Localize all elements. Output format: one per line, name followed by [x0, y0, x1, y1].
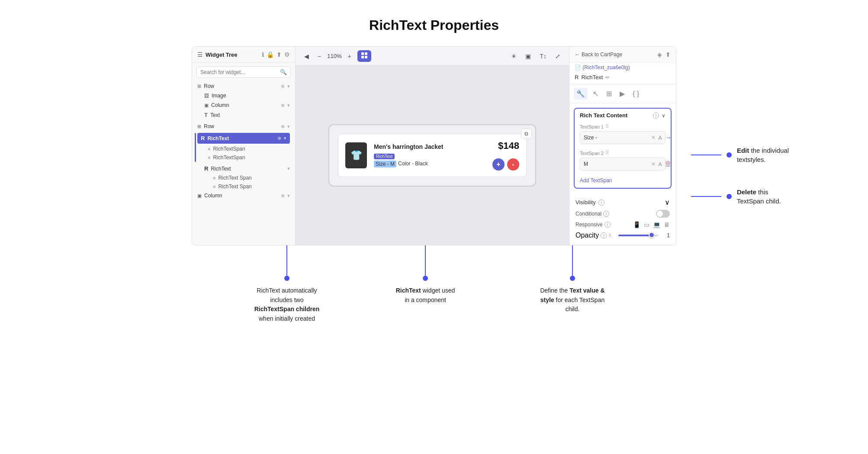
section-header[interactable]: Rich Text Content i ∨: [575, 109, 671, 122]
richtext2-icon: R: [204, 165, 208, 172]
image-icon: 🖼: [204, 93, 209, 98]
col2-expand[interactable]: ▾: [287, 193, 290, 199]
svg-rect-2: [361, 56, 364, 58]
delete-line: [691, 196, 721, 197]
toolbar-right: ☀ ▣ T↕ ⤢: [508, 52, 563, 61]
ts1-edit-style[interactable]: →: [665, 134, 672, 142]
col2-label: Column: [204, 193, 278, 199]
opacity-slider[interactable]: [618, 235, 659, 236]
tree-item-image[interactable]: 🖼 Image: [192, 91, 295, 100]
export2-icon[interactable]: ⬆: [665, 51, 671, 58]
add-textspan-btn[interactable]: Add TextSpan: [575, 175, 671, 188]
tree-item-richtext2[interactable]: R RichText ▾: [192, 164, 295, 174]
add-child-icon3[interactable]: ⊕: [281, 124, 285, 129]
conditional-toggle[interactable]: [656, 210, 670, 218]
diamond-icon[interactable]: ◈: [657, 51, 662, 58]
expand-icon[interactable]: ▾: [287, 84, 290, 89]
copy-btn[interactable]: ⧉: [521, 129, 532, 139]
richtext-add[interactable]: ⊕: [277, 135, 281, 141]
page-title: RichText Properties: [0, 0, 868, 46]
settings-icon: ⚙: [284, 51, 290, 58]
add-qty-btn[interactable]: +: [492, 158, 505, 171]
lock-icon: 🔒: [267, 51, 274, 58]
layout-btn[interactable]: ▣: [523, 52, 534, 61]
richtextspan-child2[interactable]: ≡ RichTextSpan: [195, 153, 293, 162]
widget-tree-panel: ☰ Widget Tree ℹ 🔒 ⬆ ⚙ 🔍 ⊞ Row: [192, 46, 296, 245]
type-btn[interactable]: T↕: [537, 52, 549, 61]
ts2-delete[interactable]: 🗑: [665, 160, 672, 168]
add-child-icon[interactable]: ⊕: [281, 84, 285, 89]
richtextspan3[interactable]: ≡ RichText Span: [192, 174, 295, 182]
richtext-expand[interactable]: ▾: [284, 135, 286, 141]
ts1-drag-icon: ⠿: [605, 124, 609, 129]
row2-label: Row: [204, 123, 278, 129]
column-icon: ▣: [204, 103, 209, 108]
search-icon: 🔍: [280, 69, 287, 75]
zoom-in-btn[interactable]: +: [345, 52, 354, 61]
ts2-font[interactable]: A: [658, 161, 662, 167]
visibility-info-icon: i: [598, 200, 604, 206]
tab-cursor[interactable]: ↖: [590, 88, 601, 100]
expand-icon2[interactable]: ▾: [287, 103, 290, 108]
props-header: ← Back to CartPage ◈ ⬆: [569, 47, 676, 63]
edit-name-icon[interactable]: ✏: [605, 74, 610, 80]
mobile-icon[interactable]: 📱: [633, 221, 640, 228]
opacity-value: 1: [661, 232, 670, 238]
row2-icon: ⊞: [197, 124, 201, 129]
delete-dot: [727, 194, 732, 199]
row-icon: ⊞: [197, 84, 201, 89]
sun-btn[interactable]: ☀: [508, 52, 519, 61]
resize-btn[interactable]: ⤢: [553, 52, 563, 61]
product-price: $148: [498, 140, 519, 151]
textspan1-input[interactable]: [584, 135, 649, 141]
tab-code[interactable]: { }: [630, 88, 642, 100]
properties-panel: ← Back to CartPage ◈ ⬆ 📄 (RichText_zua6e…: [569, 46, 676, 245]
opacity-info: i: [601, 232, 607, 238]
richtextspan-child1[interactable]: ≡ RichTextSpan: [195, 145, 293, 153]
product-name: Men's harrington Jacket: [374, 143, 485, 150]
tree-item-col2[interactable]: ▣ Column ⊕ ▾: [192, 191, 295, 200]
text-icon: T: [204, 112, 208, 118]
col2-add[interactable]: ⊕: [281, 193, 285, 199]
desktop-icon[interactable]: 🖥: [664, 221, 670, 228]
ts1-close[interactable]: ✕: [651, 135, 656, 141]
back-btn[interactable]: ← Back to CartPage: [575, 52, 622, 58]
tree-item-row2[interactable]: ⊞ Row ⊕ ▾: [192, 122, 295, 131]
laptop-icon[interactable]: 💻: [653, 221, 660, 228]
remove-qty-btn[interactable]: -: [507, 158, 519, 171]
full-layout: ☰ Widget Tree ℹ 🔒 ⬆ ⚙ 🔍 ⊞ Row: [192, 46, 676, 324]
opacity-label: Opacity i ⠿: [575, 232, 616, 239]
tree-item-text[interactable]: T Text: [192, 110, 295, 120]
tree-item-column1[interactable]: ▣ Column ⊕ ▾: [192, 100, 295, 110]
search-input[interactable]: [200, 69, 277, 75]
center-connector-line: [425, 245, 426, 276]
collapse-btn[interactable]: ◀: [302, 52, 312, 61]
richtext-selected[interactable]: R RichText ⊕ ▾: [197, 133, 290, 144]
richtext2-expand[interactable]: ▾: [287, 166, 290, 171]
search-bar[interactable]: 🔍: [196, 66, 291, 78]
visibility-header[interactable]: Visibility i ∨: [574, 196, 672, 208]
span2-icon: ≡: [208, 155, 210, 160]
ts1-font[interactable]: A: [658, 135, 662, 141]
textspan2-label: TextSpan 2 ⠿: [580, 150, 665, 156]
opacity-thumb[interactable]: [649, 232, 655, 238]
left-connector: RichText automaticallyincludes twoRichTe…: [244, 245, 330, 324]
grid-btn[interactable]: [357, 50, 371, 62]
conditional-row: Conditional i: [574, 208, 672, 219]
add-child-icon2[interactable]: ⊕: [281, 103, 285, 108]
tab-wrench[interactable]: 🔧: [574, 88, 588, 100]
section-title: Rich Text Content: [580, 112, 650, 119]
expand-icon3[interactable]: ▾: [287, 124, 290, 129]
section-info-icon: i: [653, 113, 659, 119]
tree-item-row1[interactable]: ⊞ Row ⊕ ▾: [192, 81, 295, 91]
ts2-close[interactable]: ✕: [651, 161, 656, 167]
edit-line: [691, 155, 721, 155]
richtextspan4[interactable]: ≡ RichText Span: [192, 182, 295, 191]
zoom-out-btn[interactable]: −: [315, 52, 324, 61]
tab-table[interactable]: ⊞: [604, 88, 614, 100]
props-widget-id: 📄 (RichText_zua6e0lg): [569, 63, 676, 72]
textspan2-input[interactable]: [584, 161, 649, 167]
textspan2-input-row: ✕ A 🗑: [580, 158, 665, 171]
tab-play[interactable]: ▶: [617, 88, 627, 100]
tablet-icon[interactable]: ▭: [644, 221, 649, 228]
